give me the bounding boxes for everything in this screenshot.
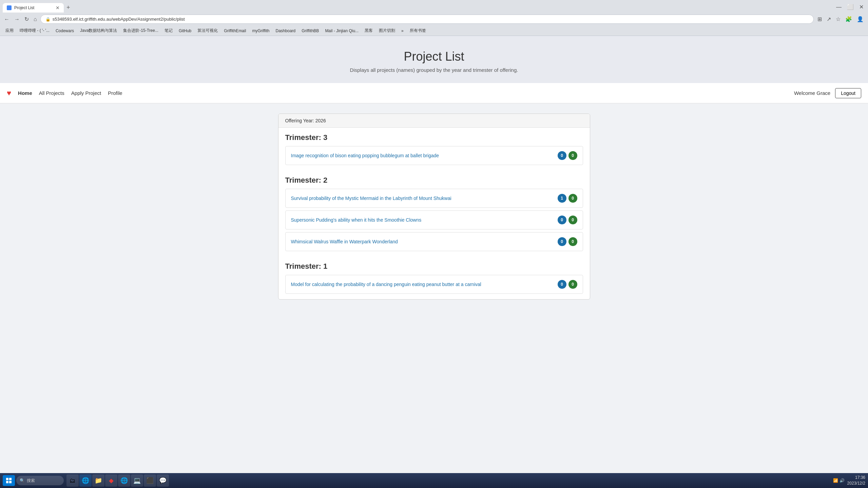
back-button[interactable]: ← <box>3 16 11 23</box>
badge-blue-4: 0 <box>558 237 566 246</box>
svg-rect-3 <box>9 481 12 483</box>
badge-blue-3: 0 <box>558 216 566 224</box>
nav-all-projects[interactable]: All Projects <box>39 90 64 96</box>
trimester-1-section: Trimester: 1 Model for calculating the p… <box>278 257 590 299</box>
page-subtitle: Displays all projects (names) grouped by… <box>7 67 861 73</box>
bookmark-algo[interactable]: 算法可视化 <box>195 27 220 34</box>
project-badges-3: 0 0 <box>558 216 577 224</box>
tab-bar: Project List ✕ + — ⬜ ✕ <box>0 0 868 13</box>
bookmark-hacker[interactable]: 黑客 <box>362 27 375 34</box>
extension-icon[interactable]: 🧩 <box>844 15 854 23</box>
project-link-2[interactable]: Survival probability of the Mystic Merma… <box>291 196 451 201</box>
svg-rect-2 <box>6 481 8 483</box>
bookmark-apps[interactable]: 应用 <box>3 27 16 34</box>
taskbar-app-file[interactable]: 🗂 <box>66 474 79 487</box>
taskbar-app-vscode[interactable]: 💻 <box>131 474 143 487</box>
taskbar-right: 📶 🔊 17:36 2023/12/2 <box>833 475 865 486</box>
taskbar-app-wechat[interactable]: 💬 <box>157 474 169 487</box>
project-badges-2: 1 0 <box>558 194 577 203</box>
url-text: s5348593.elf.ict.griffith.edu.au/webAppD… <box>53 17 809 22</box>
bookmark-griffithbb[interactable]: GriffithBB <box>299 28 322 34</box>
project-link-1[interactable]: Image recognition of bison eating poppin… <box>291 153 439 158</box>
lock-icon: 🔒 <box>45 17 51 22</box>
address-bar[interactable]: 🔒 s5348593.elf.ict.griffith.edu.au/webAp… <box>40 15 814 24</box>
taskbar-app-edge[interactable]: 🌐 <box>79 474 92 487</box>
share-icon[interactable]: ↗ <box>825 15 833 23</box>
refresh-button[interactable]: ↻ <box>23 15 30 23</box>
translate-icon[interactable]: ⊞ <box>816 15 824 23</box>
project-badges-1: 0 0 <box>558 151 577 160</box>
bookmark-griffith-email[interactable]: GriffithEmail <box>221 28 249 34</box>
minimize-button[interactable]: — <box>834 3 843 11</box>
bookmark-github[interactable]: GitHub <box>176 28 194 34</box>
bookmark-more[interactable]: » <box>399 28 406 34</box>
bookmark-all[interactable]: 所有书签 <box>407 27 429 34</box>
bookmark-tree[interactable]: 集合进阶-15-Tree... <box>120 27 161 34</box>
svg-rect-0 <box>6 478 8 480</box>
bookmark-notes[interactable]: 笔记 <box>162 27 175 34</box>
badge-blue-1: 0 <box>558 151 566 160</box>
taskbar-date-value: 2023/12/2 <box>847 481 865 486</box>
close-window-button[interactable]: ✕ <box>857 3 865 11</box>
new-tab-button[interactable]: + <box>64 3 73 13</box>
taskbar-app-terminal[interactable]: ⬛ <box>144 474 156 487</box>
badge-green-4: 0 <box>568 237 577 246</box>
taskbar: 🔍 搜索 🗂 🌐 📁 ◆ 🌐 💻 ⬛ 💬 📶 🔊 17:36 2023/12/2 <box>0 473 868 488</box>
trimester-2-section: Trimester: 2 Survival probability of the… <box>278 170 590 257</box>
nav-home[interactable]: Home <box>18 90 32 96</box>
taskbar-app-folder[interactable]: 📁 <box>92 474 104 487</box>
profile-icon[interactable]: 👤 <box>855 15 865 23</box>
offering-year-header: Offering Year: 2026 <box>278 114 590 128</box>
bookmark-image[interactable]: 图片切割 <box>376 27 398 34</box>
search-icon: 🔍 <box>20 478 25 483</box>
project-link-5[interactable]: Model for calculating the probability of… <box>291 282 481 287</box>
badge-green-1: 0 <box>568 151 577 160</box>
trimester-2-title: Trimester: 2 <box>285 176 583 185</box>
active-tab[interactable]: Project List ✕ <box>3 3 64 13</box>
bookmark-java[interactable]: Java数据结构与算法 <box>77 27 120 34</box>
badge-green-5: 0 <box>568 280 577 289</box>
taskbar-search-box[interactable]: 🔍 搜索 <box>16 476 64 485</box>
logout-button[interactable]: Logout <box>835 88 861 98</box>
browser-chrome: Project List ✕ + — ⬜ ✕ ← → ↻ ⌂ 🔒 s534859… <box>0 0 868 36</box>
bookmark-bilibili[interactable]: 哔哩哔哩 - ( '- '... <box>17 27 52 34</box>
project-badges-5: 0 0 <box>558 280 577 289</box>
project-badges-4: 0 0 <box>558 237 577 246</box>
project-row-3: Supersonic Pudding's ability when it hit… <box>285 210 583 229</box>
badge-green-2: 0 <box>568 194 577 203</box>
project-link-4[interactable]: Whimsical Walrus Waffle in Waterpark Won… <box>291 239 398 244</box>
toolbar-icons: ⊞ ↗ ☆ 🧩 👤 <box>816 15 865 23</box>
svg-rect-1 <box>9 478 12 480</box>
project-row-2: Survival probability of the Mystic Merma… <box>285 189 583 208</box>
nav-profile[interactable]: Profile <box>108 90 122 96</box>
trimester-3-section: Trimester: 3 Image recognition of bison … <box>278 128 590 170</box>
badge-blue-2: 1 <box>558 194 566 203</box>
tab-title: Project List <box>14 5 53 10</box>
bookmark-mail[interactable]: Mail - Jinjian Qiu... <box>322 28 361 34</box>
bookmarks-bar: 应用 哔哩哔哩 - ( '- '... Codewars Java数据结构与算法… <box>0 26 868 36</box>
address-bar-row: ← → ↻ ⌂ 🔒 s5348593.elf.ict.griffith.edu.… <box>0 13 868 26</box>
navbar-right: Welcome Grace Logout <box>794 88 861 98</box>
taskbar-clock: 17:36 2023/12/2 <box>847 475 865 486</box>
network-icon: 📶 <box>833 478 838 483</box>
navbar: ♥ Home All Projects Apply Project Profil… <box>0 83 868 103</box>
bookmark-codewars[interactable]: Codewars <box>53 28 77 34</box>
forward-button[interactable]: → <box>13 16 21 23</box>
trimester-3-title: Trimester: 3 <box>285 133 583 142</box>
bookmark-mygriffith[interactable]: myGriffith <box>249 28 272 34</box>
home-nav-button[interactable]: ⌂ <box>32 16 38 23</box>
welcome-text: Welcome Grace <box>794 90 830 96</box>
taskbar-app-diamond[interactable]: ◆ <box>105 474 117 487</box>
nav-apply-project[interactable]: Apply Project <box>71 90 101 96</box>
start-button[interactable] <box>3 475 15 486</box>
main-content: Offering Year: 2026 Trimester: 3 Image r… <box>271 114 597 300</box>
trimester-1-title: Trimester: 1 <box>285 262 583 271</box>
taskbar-app-chrome[interactable]: 🌐 <box>118 474 130 487</box>
tab-close-button[interactable]: ✕ <box>56 5 60 11</box>
bookmark-icon[interactable]: ☆ <box>834 15 842 23</box>
bookmark-dashboard[interactable]: Dashboard <box>273 28 298 34</box>
maximize-button[interactable]: ⬜ <box>845 3 855 11</box>
taskbar-apps: 🗂 🌐 📁 ◆ 🌐 💻 ⬛ 💬 <box>66 474 169 487</box>
system-tray-icons: 📶 🔊 <box>833 478 845 483</box>
project-link-3[interactable]: Supersonic Pudding's ability when it hit… <box>291 217 422 223</box>
